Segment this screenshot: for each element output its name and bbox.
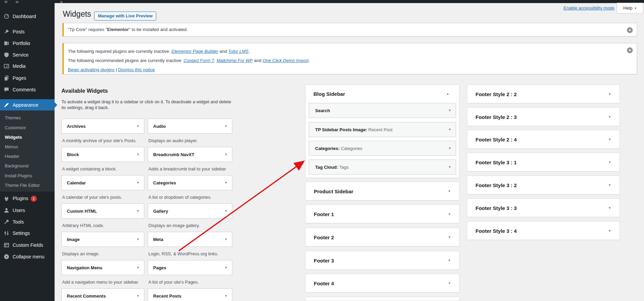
chevron-down-icon[interactable]: ▼ <box>136 181 140 184</box>
chevron-down-icon[interactable]: ▼ <box>224 124 228 128</box>
chevron-down-icon[interactable]: ▼ <box>136 238 140 241</box>
sidebar-item-collapse-menu[interactable]: Collapse menu <box>0 251 55 262</box>
sidebar-subitem-install-plugins[interactable]: Install Plugins <box>0 171 55 181</box>
chevron-down-icon[interactable]: ▼ <box>136 153 140 156</box>
notice-link[interactable]: Begin activating plugins <box>68 67 115 72</box>
sidebar-item-dashboard[interactable]: Dashboard <box>0 11 55 22</box>
sidebar-item-comments[interactable]: Comments <box>0 84 55 95</box>
sidebar-item-posts[interactable]: Posts <box>0 26 55 37</box>
sidebar-panel-footer-4[interactable]: Footer 4▼ <box>305 274 459 292</box>
sidebar-widget-row-tag-cloud[interactable]: Tag Cloud: Tags▼ <box>309 160 456 175</box>
chevron-down-icon[interactable]: ▼ <box>608 161 611 164</box>
chevron-down-icon[interactable]: ▼ <box>136 124 140 128</box>
sidebar-panel-footer-style-3-2[interactable]: Footer Style 3 : 2▼ <box>467 176 620 194</box>
sidebar-item-plugins[interactable]: Plugins1 <box>0 193 55 205</box>
notice-text: The following recommended plugins are cu… <box>68 58 184 63</box>
sidebar-subitem-header[interactable]: Header <box>0 152 55 161</box>
chevron-down-icon[interactable]: ▼ <box>448 147 451 150</box>
sidebar-item-tools[interactable]: Tools <box>0 216 55 228</box>
accessibility-mode-link[interactable]: Enable accessibility mode <box>564 5 615 11</box>
sidebar-item-portfolio[interactable]: Portfolio <box>0 37 55 49</box>
sidebar-panel-footer-style-2-2[interactable]: Footer Style 2 : 2▼ <box>467 85 620 103</box>
sidebar-widget-row-tp-sidebar-posts-image[interactable]: TP Sidebar Posts Image: Recent Post▼ <box>309 122 456 137</box>
chevron-down-icon[interactable]: ▼ <box>608 92 611 96</box>
widget-description: Displays an audio player. <box>148 138 233 143</box>
sidebar-subitem-background[interactable]: Background <box>0 161 55 171</box>
widget-card-recent-comments[interactable]: Recent Comments▼ <box>61 288 144 301</box>
sidebar-item-users[interactable]: Users <box>0 205 55 216</box>
comment-bubble-icon <box>60 1 62 3</box>
chevron-down-icon[interactable]: ▼ <box>448 128 451 131</box>
notice-link[interactable]: Elementor Page Builder <box>172 49 218 54</box>
widget-card-archives[interactable]: Archives▼ <box>61 119 144 134</box>
chevron-down-icon[interactable]: ▼ <box>608 183 611 187</box>
widget-card-pages[interactable]: Pages▼ <box>148 260 232 275</box>
sidebar-subitem-customize[interactable]: Customize <box>0 123 55 133</box>
blog-sidebar-title: Blog Sidebar <box>313 91 345 97</box>
chevron-down-icon[interactable]: ▼ <box>608 115 611 119</box>
widget-card-audio[interactable]: Audio▼ <box>148 119 232 134</box>
dismiss-notice-icon[interactable]: ✕ <box>627 47 633 53</box>
widget-card-gallery[interactable]: Gallery▼ <box>148 204 232 219</box>
notice-link[interactable]: Tutor LMS <box>228 49 249 54</box>
sidebar-item-service[interactable]: Service <box>0 49 55 61</box>
widget-card-navigation-menu[interactable]: Navigation Menu▼ <box>61 260 144 275</box>
chevron-down-icon[interactable]: ▼ <box>224 266 228 269</box>
chevron-down-icon[interactable]: ▼ <box>448 109 451 112</box>
widget-card-breadcrumb-navxt[interactable]: Breadcrumb NavXT▼ <box>148 147 232 162</box>
widget-card-custom-html[interactable]: Custom HTML▼ <box>61 204 144 219</box>
chevron-down-icon[interactable]: ▼ <box>608 138 611 141</box>
sidebar-panel-footer-2[interactable]: Footer 2▼ <box>305 228 459 246</box>
chevron-down-icon[interactable]: ▼ <box>224 209 228 213</box>
sidebar-widget-row-categories[interactable]: Categories: Categories▼ <box>309 141 456 156</box>
chevron-down-icon[interactable]: ▼ <box>224 294 228 298</box>
chevron-down-icon[interactable]: ▼ <box>224 153 228 156</box>
chevron-down-icon[interactable]: ▼ <box>448 190 451 193</box>
help-dropdown[interactable]: Help▼ <box>617 3 643 14</box>
notice-link[interactable]: Mailchimp For WP <box>217 58 253 63</box>
notice-link[interactable]: Dismiss this notice <box>118 67 155 72</box>
widget-card-image[interactable]: Image▼ <box>61 232 144 247</box>
chevron-down-icon[interactable]: ▼ <box>136 209 140 213</box>
sidebar-item-label: Pages <box>13 75 26 81</box>
chevron-up-icon[interactable]: ▲ <box>446 92 449 95</box>
chevron-down-icon[interactable]: ▼ <box>448 282 451 285</box>
dismiss-notice-icon[interactable]: ✕ <box>627 27 633 33</box>
notice-link[interactable]: One Click Demo Import <box>263 58 309 63</box>
sidebar-panel-footer-1[interactable]: Footer 1▼ <box>305 205 459 223</box>
sidebar-panel-footer-style-2-4[interactable]: Footer Style 2 : 4▼ <box>467 130 620 149</box>
widget-card-recent-posts[interactable]: Recent Posts▼ <box>148 288 232 301</box>
sidebar-panel-footer-style-3-1[interactable]: Footer Style 3 : 1▼ <box>467 153 620 171</box>
sidebar-widget-row-search[interactable]: Search▼ <box>309 103 456 118</box>
manage-live-preview-button[interactable]: Manage with Live Preview <box>94 12 156 20</box>
sidebar-item-pages[interactable]: Pages <box>0 72 55 84</box>
chevron-down-icon[interactable]: ▼ <box>608 229 611 232</box>
chevron-down-icon[interactable]: ▼ <box>224 238 228 241</box>
sidebar-subitem-theme-file-editor[interactable]: Theme File Editor <box>0 181 55 190</box>
sidebar-item-appearance[interactable]: Appearance <box>0 99 55 110</box>
sidebar-subitem-themes[interactable]: Themes <box>0 113 55 123</box>
widget-card-categories[interactable]: Categories▼ <box>148 175 232 190</box>
chevron-down-icon[interactable]: ▼ <box>608 206 611 210</box>
chevron-down-icon[interactable]: ▼ <box>448 165 451 169</box>
chevron-down-icon[interactable]: ▼ <box>136 294 140 298</box>
sidebar-panel-footer-3[interactable]: Footer 3▼ <box>305 251 459 270</box>
sidebar-subitem-menus[interactable]: Menus <box>0 142 55 152</box>
chevron-down-icon[interactable]: ▼ <box>136 266 140 269</box>
widget-card-block[interactable]: Block▼ <box>61 147 144 162</box>
chevron-down-icon[interactable]: ▼ <box>224 181 228 184</box>
sidebar-item-custom-fields[interactable]: Custom Fields <box>0 239 55 251</box>
widget-card-calendar[interactable]: Calendar▼ <box>61 175 144 190</box>
sidebar-panel-footer-style-3-4[interactable]: Footer Style 3 : 4▼ <box>467 221 620 240</box>
sidebar-item-media[interactable]: Media <box>0 60 55 72</box>
sidebar-panel-footer-style-2-3[interactable]: Footer Style 2 : 3▼ <box>467 107 620 126</box>
sidebar-item-settings[interactable]: Settings <box>0 227 55 239</box>
widget-card-meta[interactable]: Meta▼ <box>148 232 232 247</box>
chevron-down-icon[interactable]: ▼ <box>448 259 451 262</box>
chevron-down-icon[interactable]: ▼ <box>448 236 451 239</box>
chevron-down-icon[interactable]: ▼ <box>448 212 451 216</box>
notice-link[interactable]: Contact Form 7 <box>184 58 214 63</box>
sidebar-subitem-widgets[interactable]: Widgets <box>0 133 55 142</box>
sidebar-panel-footer-style-3-3[interactable]: Footer Style 3 : 3▼ <box>467 198 620 217</box>
sidebar-panel-product-sidebar[interactable]: Product Sidebar▼ <box>305 182 459 200</box>
